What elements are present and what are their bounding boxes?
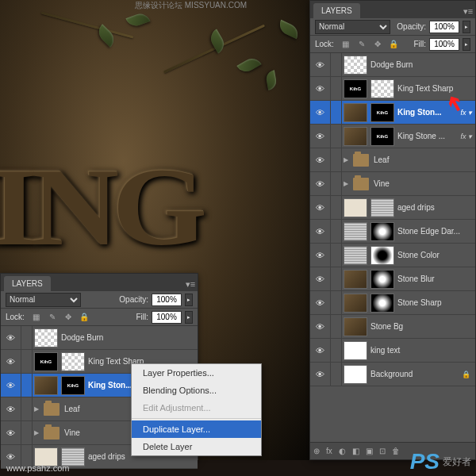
visibility-toggle-icon[interactable]: 👁 bbox=[310, 315, 331, 338]
fill-slider-icon[interactable]: ▸ bbox=[185, 311, 193, 324]
layer-thumbnail[interactable] bbox=[344, 270, 367, 289]
mask-thumbnail[interactable] bbox=[370, 246, 394, 265]
layer-thumbnail[interactable] bbox=[34, 328, 58, 347]
lock-pixels-icon[interactable]: ✎ bbox=[356, 39, 367, 50]
layers-tab[interactable]: LAYERS bbox=[4, 276, 51, 291]
layer-name-label[interactable]: Vine bbox=[372, 179, 475, 188]
opacity-slider-icon[interactable]: ▸ bbox=[463, 21, 470, 33]
footer-action-icon[interactable]: ⊡ bbox=[379, 447, 386, 455]
layer-row[interactable]: 👁Stone Blur bbox=[310, 267, 475, 291]
layer-name-label[interactable]: Stone Sharp bbox=[396, 298, 475, 307]
lock-position-icon[interactable]: ✥ bbox=[372, 39, 383, 50]
visibility-toggle-icon[interactable]: 👁 bbox=[310, 339, 331, 362]
opacity-value[interactable]: 100% bbox=[429, 21, 459, 33]
layer-thumbnail[interactable] bbox=[34, 376, 58, 395]
layer-row[interactable]: 👁▶Leaf bbox=[310, 148, 475, 172]
footer-action-icon[interactable]: ◧ bbox=[352, 447, 359, 455]
panel-menu-icon[interactable]: ▾≡ bbox=[461, 5, 475, 18]
visibility-toggle-icon[interactable]: 👁 bbox=[310, 244, 331, 267]
fill-value[interactable]: 100% bbox=[429, 38, 459, 51]
mask-thumbnail[interactable] bbox=[370, 270, 394, 289]
visibility-toggle-icon[interactable]: 👁 bbox=[310, 291, 331, 314]
layers-tab[interactable]: LAYERS bbox=[313, 3, 360, 18]
visibility-toggle-icon[interactable]: 👁 bbox=[1, 374, 21, 397]
lock-position-icon[interactable]: ✥ bbox=[63, 312, 74, 323]
disclosure-triangle-icon[interactable]: ▶ bbox=[34, 429, 39, 436]
mask-thumbnail[interactable] bbox=[370, 294, 394, 313]
mask-thumbnail[interactable] bbox=[370, 79, 394, 98]
mask-thumbnail[interactable]: KihG bbox=[370, 103, 394, 122]
disclosure-triangle-icon[interactable]: ▶ bbox=[344, 180, 348, 187]
context-menu-item[interactable]: Delete Layer bbox=[132, 438, 261, 455]
layer-row[interactable]: 👁Stone Bg bbox=[310, 315, 475, 339]
layer-thumbnail[interactable]: KihG bbox=[34, 352, 58, 371]
layer-name-label[interactable]: Stone Edge Dar... bbox=[396, 227, 475, 236]
footer-action-icon[interactable]: ▣ bbox=[366, 447, 373, 455]
opacity-value[interactable]: 100% bbox=[152, 294, 182, 306]
disclosure-triangle-icon[interactable]: ▶ bbox=[344, 156, 348, 163]
lock-transparency-icon[interactable]: ▦ bbox=[31, 312, 42, 323]
layer-thumbnail[interactable] bbox=[344, 222, 367, 241]
visibility-toggle-icon[interactable]: 👁 bbox=[310, 53, 331, 76]
fill-value[interactable]: 100% bbox=[152, 311, 182, 324]
panel-menu-icon[interactable]: ▾≡ bbox=[183, 278, 198, 291]
visibility-toggle-icon[interactable]: 👁 bbox=[1, 397, 21, 420]
layer-thumbnail[interactable] bbox=[344, 365, 367, 384]
visibility-toggle-icon[interactable]: 👁 bbox=[310, 172, 331, 195]
mask-thumbnail[interactable] bbox=[370, 198, 394, 217]
visibility-toggle-icon[interactable]: 👁 bbox=[1, 350, 21, 373]
visibility-toggle-icon[interactable]: 👁 bbox=[310, 77, 331, 100]
footer-action-icon[interactable]: fx bbox=[326, 447, 332, 455]
visibility-toggle-icon[interactable]: 👁 bbox=[310, 196, 331, 219]
lock-transparency-icon[interactable]: ▦ bbox=[340, 39, 351, 50]
layer-thumbnail[interactable] bbox=[344, 246, 367, 265]
footer-action-icon[interactable]: 🗑 bbox=[392, 447, 400, 455]
layer-name-label[interactable]: king text bbox=[369, 346, 475, 355]
mask-thumbnail[interactable] bbox=[370, 222, 394, 241]
lock-all-icon[interactable]: 🔒 bbox=[388, 39, 399, 50]
layer-thumbnail[interactable] bbox=[344, 103, 367, 122]
visibility-toggle-icon[interactable]: 👁 bbox=[310, 363, 331, 386]
visibility-toggle-icon[interactable]: 👁 bbox=[310, 125, 331, 148]
layer-name-label[interactable]: Stone Blur bbox=[396, 274, 475, 283]
context-menu-item[interactable]: Layer Properties... bbox=[132, 364, 261, 382]
layer-thumbnail[interactable] bbox=[344, 198, 367, 217]
mask-thumbnail[interactable]: KihG bbox=[370, 127, 394, 146]
lock-all-icon[interactable]: 🔒 bbox=[79, 312, 90, 323]
layer-thumbnail[interactable] bbox=[344, 56, 367, 75]
layer-thumbnail[interactable]: KihG bbox=[344, 79, 367, 98]
layer-row[interactable]: 👁aged drips bbox=[310, 196, 475, 220]
footer-action-icon[interactable]: ◐ bbox=[339, 447, 346, 455]
layer-row[interactable]: 👁Dodge Burn bbox=[1, 326, 198, 350]
visibility-toggle-icon[interactable]: 👁 bbox=[1, 326, 21, 349]
layer-row[interactable]: 👁Stone Color bbox=[310, 244, 475, 267]
layer-name-label[interactable]: Leaf bbox=[372, 155, 475, 164]
layer-name-label[interactable]: Background bbox=[369, 370, 462, 378]
text-layer-thumbnail[interactable] bbox=[344, 341, 367, 360]
footer-action-icon[interactable]: ⊕ bbox=[313, 447, 320, 455]
layer-row[interactable]: 👁king text bbox=[310, 339, 475, 363]
layer-thumbnail[interactable] bbox=[344, 127, 367, 146]
fx-badge-icon[interactable]: fx ▾ bbox=[460, 109, 472, 117]
layer-name-label[interactable]: Stone Bg bbox=[369, 322, 475, 331]
layer-row[interactable]: 👁KihGKing Stone ...fx ▾ bbox=[310, 125, 475, 148]
layer-row[interactable]: 👁Background🔒 bbox=[310, 363, 475, 386]
layer-name-label[interactable]: aged drips bbox=[396, 203, 475, 212]
context-menu-item[interactable]: Duplicate Layer... bbox=[132, 420, 261, 438]
mask-thumbnail[interactable]: KihG bbox=[61, 376, 85, 395]
layer-name-label[interactable]: Stone Color bbox=[396, 251, 475, 259]
visibility-toggle-icon[interactable]: 👁 bbox=[310, 220, 331, 243]
layer-thumbnail[interactable] bbox=[344, 317, 367, 336]
layer-row[interactable]: 👁Stone Sharp bbox=[310, 291, 475, 315]
lock-pixels-icon[interactable]: ✎ bbox=[47, 312, 58, 323]
disclosure-triangle-icon[interactable]: ▶ bbox=[34, 405, 39, 413]
visibility-toggle-icon[interactable]: 👁 bbox=[310, 101, 331, 124]
context-menu-item[interactable]: Blending Options... bbox=[132, 382, 261, 399]
layer-row[interactable]: 👁Dodge Burn bbox=[310, 53, 475, 77]
layer-name-label[interactable]: King Text Sharp bbox=[396, 84, 475, 93]
layer-name-label[interactable]: King Stone ... bbox=[396, 132, 460, 140]
opacity-slider-icon[interactable]: ▸ bbox=[185, 294, 193, 306]
layer-row[interactable]: 👁Stone Edge Dar... bbox=[310, 220, 475, 244]
blend-mode-select[interactable]: Normal bbox=[6, 293, 81, 307]
layer-name-label[interactable]: Dodge Burn bbox=[369, 60, 475, 69]
